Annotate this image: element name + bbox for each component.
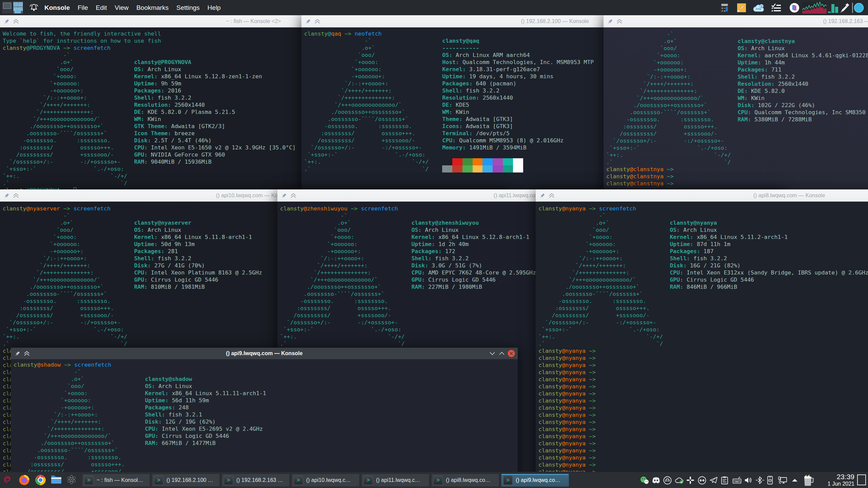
keyboard-icon[interactable] bbox=[732, 472, 742, 488]
task-button-1[interactable]: >~ : fish — Konsol… bbox=[82, 474, 150, 487]
sync-circle-icon[interactable] bbox=[698, 472, 706, 488]
teal-bars-icon[interactable] bbox=[828, 0, 838, 15]
task-button-4[interactable]: >() api10.lwqwq.c… bbox=[292, 474, 359, 487]
fetch-value: 1h 44m bbox=[761, 59, 785, 66]
menu-item-bookmarks[interactable]: Bookmarks bbox=[136, 4, 169, 12]
fetch-info-line: WM: KWin bbox=[737, 95, 868, 102]
aria2-cloud-icon[interactable]: Aria2 bbox=[753, 0, 764, 15]
prompt-arrow: ~> bbox=[344, 30, 351, 37]
window-title: () 192.168.2.163 — Konsole bbox=[604, 16, 868, 27]
bluetooth-icon[interactable] bbox=[755, 472, 764, 488]
fetch-info-line: OS: Arch Linux bbox=[134, 226, 262, 233]
fetch-info-line: Kernel: x86_64 Linux 5.12.8-arch1-1 bbox=[411, 233, 536, 241]
fetch-info-line: Uptime: 87d 11h 1m bbox=[670, 241, 868, 248]
prompt-user: clansty bbox=[14, 362, 37, 368]
fetch-value: KWin bbox=[452, 109, 469, 115]
phone-connect-icon[interactable] bbox=[767, 472, 773, 488]
prompt-arrow: ~> bbox=[667, 180, 674, 187]
fetch-value: 187 bbox=[700, 248, 714, 255]
shell-prompt-line: clansty@nyanya ~> bbox=[538, 404, 868, 411]
prompt-arrow: ~> bbox=[63, 205, 70, 212]
palette-block bbox=[513, 165, 523, 172]
firefox-icon[interactable] bbox=[19, 474, 30, 487]
task-button-3[interactable]: >() 192.168.2.163 … bbox=[222, 474, 290, 487]
notification-bell-icon[interactable] bbox=[29, 3, 38, 12]
konsole-icon: > bbox=[84, 475, 94, 485]
pager-desktop-2[interactable] bbox=[13, 1, 23, 14]
fetch-value: aarch64 Linux 5.4.61-qgki-01228 bbox=[761, 52, 868, 59]
checklist-icon[interactable] bbox=[771, 0, 781, 15]
fetch-value: 5380MiB / 7288MiB bbox=[751, 116, 812, 123]
shell-prompt-line: clansty@nyanya ~> bbox=[538, 454, 868, 461]
show-desktop-button[interactable] bbox=[857, 474, 866, 485]
titlebar-konsole-api8[interactable]: () api8.lwqwq.com — Konsole bbox=[536, 189, 868, 202]
task-button-6[interactable]: >() api8.lwqwq.co… bbox=[431, 474, 499, 487]
close-icon[interactable] bbox=[506, 348, 516, 359]
fetch-user-host: clansty@clanstnya bbox=[737, 38, 868, 45]
menu-item-edit[interactable]: Edit bbox=[96, 4, 107, 12]
fetch-label: Disk: bbox=[145, 419, 162, 425]
color-picker-icon[interactable] bbox=[840, 0, 850, 15]
titlebar-konsole-api9[interactable]: () api9.lwqwq.com — Konsole bbox=[11, 348, 518, 359]
chrome-icon[interactable] bbox=[35, 474, 46, 487]
fetch-info-line: RAM: 5380MiB / 7288MiB bbox=[737, 116, 868, 123]
atom-icon[interactable] bbox=[66, 474, 77, 486]
fetch-user-host: clansty@qaq bbox=[442, 37, 594, 44]
fetch-info-line: CPU: Intel Xeon E5-2695 v2 @ 2.4GHz bbox=[145, 425, 266, 432]
menu-item-view[interactable]: View bbox=[115, 4, 129, 12]
fetch-value: fish 3.2.2 bbox=[690, 255, 727, 262]
menu-app-title[interactable]: Konsole bbox=[44, 4, 70, 12]
clock-time: 23:39 bbox=[817, 473, 854, 480]
cyan-circle-icon[interactable] bbox=[854, 0, 864, 15]
clipboard-icon[interactable] bbox=[721, 472, 728, 488]
prompt-arrow: ~> bbox=[589, 369, 596, 375]
screen-cast-icon[interactable] bbox=[778, 472, 787, 488]
slack-icon[interactable] bbox=[686, 472, 694, 488]
task-button-5[interactable]: >() api11.lwqwq.c… bbox=[361, 474, 429, 487]
terminal-konsole-api9[interactable]: clansty@shadow ~> screenfetch -` .o+` `o… bbox=[11, 359, 518, 488]
caret-up-icon[interactable] bbox=[791, 472, 798, 488]
beer-mug-icon[interactable] bbox=[802, 472, 814, 488]
wechat-icon[interactable] bbox=[640, 472, 649, 488]
shade-down-icon[interactable] bbox=[488, 348, 497, 359]
separator-bar[interactable] bbox=[851, 0, 853, 15]
fetch-info-line: OS: Arch Linux bbox=[145, 383, 266, 390]
virtual-desktop-pager[interactable] bbox=[2, 1, 24, 14]
task-button-2[interactable]: >() 192.168.2.100 … bbox=[152, 474, 220, 487]
clock-widget[interactable]: 23:39 1 Jun 2021 bbox=[817, 473, 854, 487]
discord-icon[interactable] bbox=[652, 472, 660, 488]
shell-prompt-line: clansty@nyanya ~> bbox=[538, 411, 868, 419]
prompt-arrow: ~> bbox=[589, 355, 596, 361]
shell-prompt-line: clansty@nyanya ~> screenfetch bbox=[538, 205, 868, 212]
task-button-7[interactable]: >() api9.lwqwq.co… bbox=[501, 474, 569, 487]
fetch-output-konsole-api9: -` .o+` `ooo/ `+oooo: `+oooooo: -+oooooo… bbox=[14, 368, 518, 488]
menu-item-help[interactable]: Help bbox=[208, 4, 221, 12]
fetch-value: Intel Xeon E5-2695 v2 @ 2.4GHz bbox=[158, 426, 263, 432]
titlebar-konsole-192-168-2-163[interactable]: () 192.168.2.163 — Konsole bbox=[604, 15, 868, 27]
fetch-output-konsole-api8: -` .o+` `ooo/ `+oooo: `+oooooo: -+oooooo… bbox=[538, 212, 868, 347]
prompt-user: clansty bbox=[606, 173, 630, 180]
sticky-note-icon[interactable] bbox=[736, 0, 747, 15]
terminal-konsole-api8[interactable]: clansty@nyanya ~> screenfetch -` .o+` `o… bbox=[536, 202, 868, 488]
prompt-user: clansty bbox=[538, 419, 562, 425]
prompt-arrow: ~> bbox=[64, 362, 71, 368]
hooded-user-icon[interactable] bbox=[663, 472, 672, 488]
fetch-value: Arch Linux bbox=[144, 227, 181, 233]
calculator-icon[interactable]: +−÷× bbox=[720, 0, 729, 15]
documents-circle-icon[interactable] bbox=[789, 0, 800, 15]
telegram-icon[interactable] bbox=[709, 472, 718, 488]
fetch-value: Arch Linux bbox=[680, 227, 717, 233]
cloud-sync-icon[interactable] bbox=[675, 472, 684, 488]
fetch-label: Packages: bbox=[134, 248, 164, 255]
debian-swirl-icon[interactable] bbox=[3, 474, 13, 486]
folder-dolphin-icon[interactable] bbox=[51, 474, 62, 486]
menu-item-settings[interactable]: Settings bbox=[176, 4, 200, 12]
shell-prompt-line: clansty@nyanya ~> bbox=[538, 397, 868, 404]
volume-icon[interactable] bbox=[744, 472, 753, 488]
menu-item-file[interactable]: File bbox=[78, 4, 88, 12]
prompt-host: @nyanya bbox=[562, 355, 586, 361]
pager-desktop-1[interactable] bbox=[2, 1, 13, 14]
fetch-value: 102G / 222G (46%) bbox=[754, 102, 815, 108]
system-monitor-graph-icon[interactable] bbox=[802, 0, 827, 15]
shade-up-icon[interactable] bbox=[497, 348, 506, 359]
